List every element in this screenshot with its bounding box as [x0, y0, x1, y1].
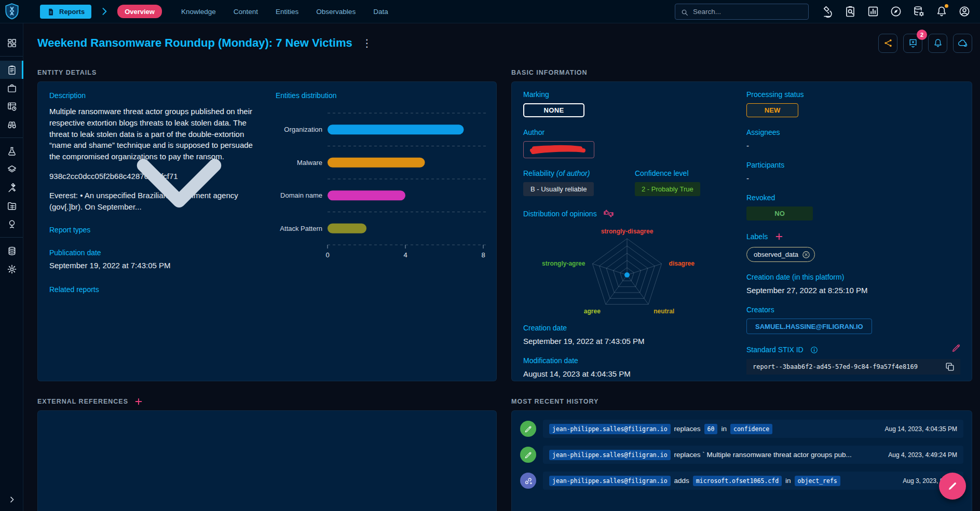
tab-overview-active[interactable]: Overview [117, 5, 162, 18]
entity-details-header: ENTITY DETAILS [37, 68, 497, 77]
profile-button[interactable] [958, 5, 971, 18]
confidence-chip: 2 - Probably True [635, 182, 700, 196]
creation-date-value: September 19, 2022 at 7:43:05 PM [523, 337, 731, 346]
edit-fab[interactable] [939, 473, 966, 500]
sidebar-item-events[interactable] [0, 97, 23, 115]
header-actions: 2 [878, 34, 972, 53]
tab-content[interactable]: Content [234, 8, 258, 16]
marking-chip[interactable]: NONE [523, 103, 584, 117]
notifications-button[interactable] [935, 5, 948, 18]
data-processing-button[interactable] [913, 5, 925, 18]
breadcrumb: Reports Overview KnowledgeContentEntitie… [40, 5, 388, 19]
pencil-icon [524, 450, 533, 459]
field-processing-status: Processing status NEW [746, 90, 960, 117]
add-label-button[interactable] [774, 231, 784, 242]
sidebar-item-analyses[interactable] [0, 61, 23, 79]
sidebar-item-threats[interactable] [0, 142, 23, 160]
history-row: jean-philippe.salles@filigran.ioreplaces… [520, 446, 963, 464]
modification-date-label: Modification date [523, 356, 731, 365]
collapse-description-button[interactable] [101, 104, 257, 259]
label-chip-observed-data[interactable]: observed_data [746, 247, 815, 262]
marking-label: Marking [523, 90, 731, 99]
tab-data[interactable]: Data [373, 8, 388, 16]
author-chip-redacted[interactable] [523, 141, 594, 158]
creators-label: Creators [746, 306, 960, 314]
right-column: BASIC INFORMATION Marking NONE Author [511, 63, 972, 511]
search-box [675, 4, 809, 20]
history-avatar [520, 447, 536, 463]
svg-text:Attack Pattern: Attack Pattern [280, 225, 322, 232]
sidebar-item-data[interactable] [0, 242, 23, 260]
processing-status-chip[interactable]: NEW [746, 103, 798, 117]
custom-dashboards-button[interactable] [867, 5, 879, 18]
briefcase-icon [7, 83, 17, 93]
investigations-button[interactable] [844, 5, 856, 18]
export-badge: 2 [917, 30, 927, 40]
chart-box-icon [867, 7, 879, 15]
copy-stix-id-button[interactable] [945, 362, 955, 372]
enrich-button[interactable] [953, 34, 972, 53]
history-header: MOST RECENT HISTORY [511, 397, 972, 406]
modification-date-value: August 14, 2023 at 4:04:35 PM [523, 369, 731, 378]
sidebar-item-techniques[interactable] [0, 178, 23, 197]
field-confidence: Confidence level 2 - Probably True [635, 169, 700, 196]
sidebar-item-cases[interactable] [0, 79, 23, 97]
platform-creation-date-value: September 27, 2022 at 8:25:10 PM [746, 286, 960, 295]
breadcrumb-reports-button[interactable]: Reports [40, 5, 91, 19]
history-chip: confidence [730, 424, 772, 434]
history-avatar [520, 473, 536, 489]
svg-text:neutral: neutral [654, 308, 674, 315]
gear-icon [7, 264, 17, 274]
tab-observables[interactable]: Observables [316, 8, 356, 16]
info-icon[interactable] [810, 345, 819, 354]
section-title: BASIC INFORMATION [511, 69, 588, 76]
assignees-value: - [746, 141, 960, 150]
search-input[interactable] [693, 8, 803, 16]
page-title: Weekend Ransomware Roundup (Monday): 7 N… [37, 36, 352, 50]
kebab-menu-icon[interactable]: ⋮ [362, 38, 372, 48]
remove-label-icon[interactable] [801, 250, 811, 259]
history-date: Aug 4, 2023, 4:49:24 PM [883, 451, 957, 459]
sidebar-item-entities[interactable] [0, 197, 23, 215]
external-references-card [37, 410, 497, 511]
sidebar-expand-button[interactable] [0, 493, 23, 506]
edit-stix-id-button[interactable] [951, 343, 961, 353]
assignees-label: Assignees [746, 128, 960, 136]
sidebar-item-locations[interactable] [0, 215, 23, 233]
creator-chip[interactable]: SAMUEL.HASSINE@FILIGRAN.IO [746, 319, 872, 334]
table-clock-icon [7, 101, 17, 112]
app-logo[interactable] [0, 0, 23, 23]
history-text: in [785, 477, 791, 485]
entities-distribution-block: Entities distribution 048OrganizationMal… [276, 91, 488, 371]
redaction-scribble [527, 144, 591, 156]
svg-text:Malware: Malware [297, 159, 322, 167]
sidebar-item-home[interactable] [0, 34, 23, 52]
add-external-reference-button[interactable] [133, 396, 144, 407]
share-button[interactable] [878, 34, 897, 53]
field-marking: Marking NONE [523, 90, 731, 117]
add-opinion-button[interactable] [603, 208, 614, 219]
sidebar-item-settings[interactable] [0, 260, 23, 278]
binoculars-icon [7, 119, 17, 130]
subscribe-button[interactable] [928, 34, 947, 53]
export-button[interactable]: 2 [903, 34, 922, 53]
lab-button[interactable] [821, 5, 834, 18]
topbar-icon-buttons [821, 5, 971, 18]
opinions-header: Distribution of opinions [523, 208, 731, 219]
thumbs-up-down-icon [603, 208, 614, 219]
db-gear-icon [913, 7, 925, 15]
description-column: Description Multiple ransomware threat a… [49, 91, 257, 371]
sidebar-item-observations[interactable] [0, 115, 23, 133]
tab-knowledge[interactable]: Knowledge [181, 8, 216, 16]
svg-text:0: 0 [325, 251, 329, 259]
history-text: in [721, 425, 727, 433]
field-platform-creation-date: Creation date (in this platform) Septemb… [746, 273, 960, 295]
section-title: ENTITY DETAILS [37, 69, 97, 76]
field-creators: Creators SAMUEL.HASSINE@FILIGRAN.IO [746, 306, 960, 334]
explore-button[interactable] [890, 5, 902, 18]
left-column: ENTITY DETAILS Description Multiple rans… [37, 63, 497, 511]
tab-entities[interactable]: Entities [276, 8, 298, 16]
history-chip: jean-philippe.salles@filigran.io [549, 476, 671, 486]
sidebar-item-arsenal[interactable] [0, 160, 23, 178]
entities-distribution-chart: 048OrganizationMalwareDomain nameAttack … [276, 106, 488, 261]
